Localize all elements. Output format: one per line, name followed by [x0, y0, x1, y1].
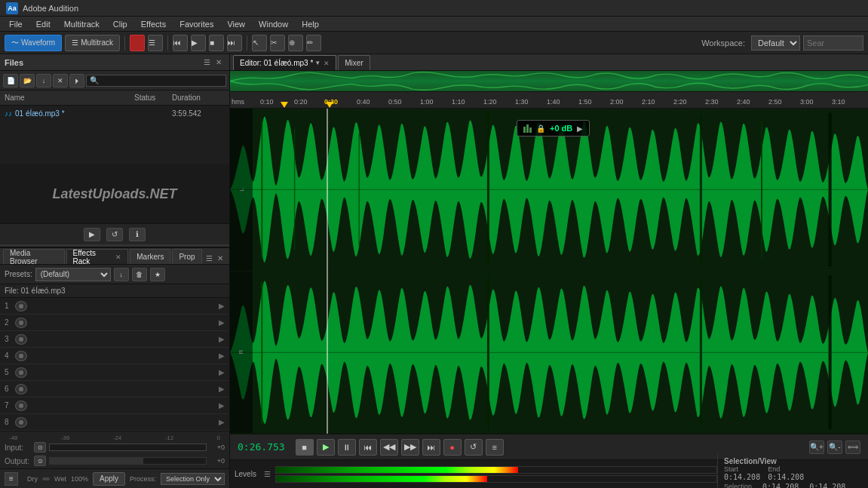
menu-window[interactable]: Window	[253, 18, 294, 30]
col-duration: Duration	[172, 94, 225, 102]
toolbar-separator	[124, 35, 125, 51]
tab-media-browser[interactable]: Media Browser	[3, 249, 65, 264]
effect-power-btn[interactable]	[15, 301, 27, 312]
effect-power-btn[interactable]	[15, 367, 27, 378]
tab-prop[interactable]: Prop	[172, 249, 201, 264]
loop-btn[interactable]: ↺	[106, 228, 123, 241]
effects-file-label: File: 01 éÍæó.mp3	[0, 284, 229, 298]
loop-btn[interactable]: ↺	[465, 439, 483, 456]
effect-power-btn[interactable]	[15, 417, 27, 428]
zoom-out-btn[interactable]: 🔍-	[827, 440, 842, 454]
files-search-input[interactable]	[86, 75, 226, 87]
extra-btn[interactable]: ≡	[486, 439, 504, 456]
menu-multitrack[interactable]: Multitrack	[58, 18, 106, 30]
effect-power-btn[interactable]	[15, 384, 27, 394]
selection-data-row: Selection 0:14.208 0:14.208	[724, 483, 845, 488]
close-file-btn[interactable]: ✕	[53, 74, 68, 87]
effect-expand-icon[interactable]: ▶	[219, 318, 225, 327]
mix-slider[interactable]	[42, 477, 50, 480]
workspace-select[interactable]: Default	[751, 35, 800, 51]
effect-expand-icon[interactable]: ▶	[219, 401, 225, 410]
tab-mixer[interactable]: Mixer	[338, 55, 370, 70]
effects-menu-icon[interactable]: ☰	[204, 252, 215, 264]
zoom-fit-btn[interactable]: ⟺	[845, 440, 860, 454]
rwd-btn[interactable]: ◀◀	[380, 439, 398, 456]
fx-list-icon[interactable]: ≡	[5, 472, 18, 486]
effect-expand-icon[interactable]: ▶	[219, 335, 225, 343]
file-name: 01 éÍæó.mp3 *	[15, 109, 134, 118]
stop-btn[interactable]: ■	[296, 439, 314, 456]
search-input[interactable]	[803, 35, 863, 51]
effect-power-btn[interactable]	[15, 334, 27, 345]
play-cursor-btn[interactable]: ▶	[317, 439, 335, 456]
open-file-btn[interactable]: 📂	[20, 74, 35, 87]
files-resize-handle[interactable]	[0, 244, 229, 247]
star-btn[interactable]: ★	[150, 268, 165, 281]
info-btn[interactable]: ℹ	[129, 228, 146, 241]
record-btn[interactable]: ●	[443, 439, 462, 456]
play-file-btn[interactable]: ⏵	[69, 74, 84, 87]
tool-stop[interactable]: ■	[209, 35, 224, 51]
razor-tool[interactable]: ✂	[270, 35, 285, 51]
effect-expand-icon[interactable]: ▶	[219, 368, 225, 376]
delete-preset-btn[interactable]: 🗑	[132, 268, 147, 281]
menu-file[interactable]: File	[3, 18, 29, 30]
red-mode-btn[interactable]	[130, 35, 145, 51]
menu-view[interactable]: View	[221, 18, 251, 30]
list-item[interactable]: ♪♪ 01 éÍæó.mp3 * 3:59.542	[0, 106, 229, 121]
multitrack-icon: ☰	[72, 38, 78, 47]
import-btn[interactable]: ↓	[36, 74, 51, 87]
tab-editor[interactable]: Editor: 01 éÍæó.mp3 * ▼ ✕	[233, 55, 336, 70]
autoplay-btn[interactable]: ▶	[84, 228, 100, 241]
new-file-btn[interactable]: 📄	[3, 74, 18, 87]
output-level-bar	[49, 457, 207, 465]
effect-power-btn[interactable]	[15, 351, 27, 361]
mode-btn[interactable]: ☰	[148, 35, 163, 51]
tool-prev[interactable]: ⏮	[173, 35, 188, 51]
prev-btn[interactable]: ⏮	[359, 439, 377, 456]
menu-clip[interactable]: Clip	[107, 18, 133, 30]
effect-expand-icon[interactable]: ▶	[219, 302, 225, 310]
process-select[interactable]: Selection Only	[161, 473, 225, 485]
next-btn[interactable]: ⏭	[422, 439, 440, 456]
gain-arrow-icon: ▶	[577, 124, 583, 133]
menu-effects[interactable]: Effects	[135, 18, 172, 30]
effects-rack-close[interactable]: ✕	[115, 253, 121, 261]
effect-power-btn[interactable]	[15, 318, 27, 328]
tool-play[interactable]: ▶	[191, 35, 206, 51]
waveform-btn[interactable]: 〜 Waveform	[5, 35, 62, 51]
select-tool[interactable]: ↖	[252, 35, 267, 51]
multitrack-btn[interactable]: ☰ Multitrack	[65, 35, 120, 51]
pause-btn[interactable]: ⏸	[338, 439, 356, 456]
effect-expand-icon[interactable]: ▶	[219, 385, 225, 393]
waveform-area[interactable]: 🔒 +0 dB ▶ L	[230, 109, 868, 434]
move-tool[interactable]: ⊕	[288, 35, 303, 51]
fwd-btn[interactable]: ▶▶	[401, 439, 419, 456]
files-menu-icon[interactable]: ☰	[201, 57, 213, 69]
selection-start-val: 0:14.208	[762, 483, 799, 488]
tab-effects-rack[interactable]: Effects Rack ✕	[66, 249, 129, 264]
save-preset-btn[interactable]: ↓	[114, 268, 129, 281]
waveform-channel-bottom[interactable]: R	[230, 272, 868, 434]
effect-expand-icon[interactable]: ▶	[219, 351, 225, 360]
levels-menu-icon[interactable]: ☰	[264, 470, 271, 478]
list-item: 8 ▶	[0, 414, 229, 431]
effect-expand-icon[interactable]: ▶	[219, 418, 225, 426]
apply-btn[interactable]: Apply	[93, 472, 125, 486]
pencil-tool[interactable]: ✏	[306, 35, 321, 51]
svg-rect-1	[230, 71, 868, 91]
menu-edit[interactable]: Edit	[30, 18, 57, 30]
files-close-icon[interactable]: ✕	[213, 57, 225, 69]
workspace-label: Workspace:	[701, 38, 745, 48]
menu-help[interactable]: Help	[296, 18, 325, 30]
overview-bar[interactable]	[230, 71, 868, 92]
tab-close-icon[interactable]: ✕	[324, 60, 330, 67]
effect-power-btn[interactable]	[15, 401, 27, 411]
effects-close-icon[interactable]: ✕	[215, 252, 226, 264]
mix-pct-value: 100%	[71, 475, 88, 483]
tab-markers[interactable]: Markers	[130, 249, 170, 264]
zoom-in-btn[interactable]: 🔍+	[809, 440, 824, 454]
menu-favorites[interactable]: Favorites	[173, 18, 219, 30]
tool-next[interactable]: ⏭	[227, 35, 242, 51]
presets-select[interactable]: (Default)	[35, 268, 111, 281]
